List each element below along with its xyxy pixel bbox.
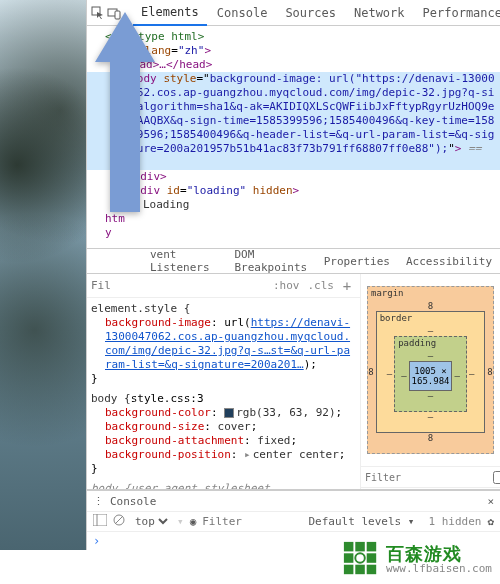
tab-sources[interactable]: Sources bbox=[277, 1, 344, 25]
devtools-panel: Elements Console Sources Network Perform… bbox=[86, 0, 500, 550]
hov-toggle[interactable]: :hov bbox=[269, 277, 304, 294]
log-levels-dropdown[interactable]: Default levels ▾ bbox=[308, 515, 414, 528]
eye-icon[interactable]: ◉ bbox=[190, 515, 197, 528]
svg-rect-7 bbox=[344, 542, 354, 552]
styles-subtabs: vent Listeners DOM Breakpoints Propertie… bbox=[87, 248, 500, 274]
svg-rect-11 bbox=[367, 553, 377, 563]
svg-rect-3 bbox=[93, 514, 107, 526]
settings-gear-icon[interactable]: ✿ bbox=[487, 515, 494, 528]
computed-filter-input[interactable] bbox=[365, 472, 493, 483]
box-model[interactable]: margin 8 8 border – – padding – bbox=[361, 274, 500, 466]
inspect-icon[interactable] bbox=[91, 5, 105, 21]
console-sidebar-toggle-icon[interactable] bbox=[93, 514, 107, 529]
svg-point-15 bbox=[355, 553, 365, 563]
watermark-logo-icon bbox=[342, 540, 380, 578]
context-selector[interactable]: top bbox=[131, 514, 171, 529]
console-tab[interactable]: Console bbox=[110, 495, 156, 508]
console-close-icon[interactable]: × bbox=[487, 495, 494, 508]
styles-filter-input[interactable] bbox=[91, 279, 269, 292]
svg-rect-2 bbox=[115, 11, 120, 19]
watermark-name: 百森游戏 bbox=[386, 545, 492, 563]
watermark-url: www.lfbaisen.com bbox=[386, 563, 492, 574]
subtab-dom-breakpoints[interactable]: DOM Breakpoints bbox=[226, 248, 315, 274]
console-menu-icon[interactable]: ⋮ bbox=[93, 495, 104, 508]
device-toggle-icon[interactable] bbox=[107, 5, 121, 21]
new-style-rule-button[interactable]: + bbox=[338, 278, 356, 294]
page-background bbox=[0, 0, 86, 550]
watermark: 百森游戏 www.lfbaisen.com bbox=[342, 540, 492, 578]
box-model-content: 1005 × 165.984 bbox=[409, 361, 453, 391]
tab-performance[interactable]: Performance bbox=[415, 1, 500, 25]
svg-rect-12 bbox=[344, 565, 354, 575]
doctype-node: <!doctype html> bbox=[105, 30, 204, 43]
styles-pane: :hov .cls + element.style { background-i… bbox=[87, 274, 360, 489]
dom-tree[interactable]: <!doctype html> <html lang="zh"> ▸<head>… bbox=[87, 26, 500, 248]
subtab-event-listeners[interactable]: vent Listeners bbox=[142, 248, 226, 274]
subtab-properties[interactable]: Properties bbox=[316, 255, 398, 268]
svg-rect-13 bbox=[355, 565, 365, 575]
styles-rules[interactable]: element.style { background-image: url(ht… bbox=[87, 298, 360, 489]
body-node-selected[interactable]: ▾<body style="background-image: url("htt… bbox=[87, 72, 500, 170]
hidden-count[interactable]: 1 hidden bbox=[428, 515, 481, 528]
clear-console-icon[interactable] bbox=[113, 514, 125, 529]
tab-elements[interactable]: Elements bbox=[133, 0, 207, 26]
console-filter-input[interactable] bbox=[202, 515, 252, 528]
source-link[interactable]: style.css:3 bbox=[131, 392, 204, 405]
svg-rect-14 bbox=[367, 565, 377, 575]
tab-console[interactable]: Console bbox=[209, 1, 276, 25]
svg-rect-10 bbox=[344, 553, 354, 563]
cls-toggle[interactable]: .cls bbox=[304, 277, 339, 294]
svg-line-6 bbox=[115, 516, 123, 524]
devtools-toolbar: Elements Console Sources Network Perform… bbox=[87, 0, 500, 26]
computed-pane: margin 8 8 border – – padding – bbox=[360, 274, 500, 489]
show-all-checkbox[interactable] bbox=[493, 471, 500, 484]
tab-network[interactable]: Network bbox=[346, 1, 413, 25]
color-swatch[interactable] bbox=[224, 408, 234, 418]
svg-rect-8 bbox=[355, 542, 365, 552]
svg-rect-9 bbox=[367, 542, 377, 552]
subtab-accessibility[interactable]: Accessibility bbox=[398, 255, 500, 268]
